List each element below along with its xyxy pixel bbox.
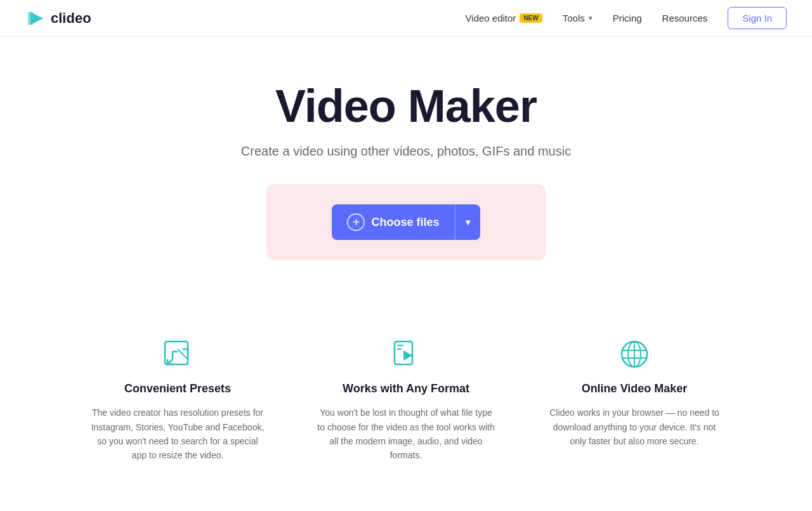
feature-online: Online Video Maker Clideo works in your … xyxy=(546,336,723,463)
svg-line-3 xyxy=(178,349,188,359)
feature-presets-title: Convenient Presets xyxy=(124,382,231,395)
hero-section: Video Maker Create a video using other v… xyxy=(0,37,812,298)
logo-text: clideo xyxy=(51,10,91,27)
choose-files-button[interactable]: + Choose files ▾ xyxy=(332,204,480,240)
new-badge: NEW xyxy=(520,13,542,23)
feature-presets: Convenient Presets The video creator has… xyxy=(89,336,266,463)
sign-in-button[interactable]: Sign In xyxy=(728,7,787,29)
presets-icon xyxy=(160,336,195,372)
feature-presets-desc: The video creator has resolution presets… xyxy=(89,406,266,463)
upload-area: + Choose files ▾ xyxy=(266,184,546,260)
nav-resources[interactable]: Resources xyxy=(662,13,708,23)
page-title: Video Maker xyxy=(275,81,537,131)
feature-formats-desc: You won't be lost in thought of what fil… xyxy=(317,406,495,463)
tools-chevron-icon: ▾ xyxy=(589,14,593,22)
features-section: Convenient Presets The video creator has… xyxy=(0,298,812,488)
logo-area: clideo xyxy=(25,8,91,29)
navbar: clideo Video editor NEW Tools ▾ Pricing … xyxy=(0,0,812,37)
svg-marker-1 xyxy=(28,12,33,25)
hero-subtitle: Create a video using other videos, photo… xyxy=(241,144,571,159)
plus-circle-icon: + xyxy=(347,213,365,231)
feature-online-title: Online Video Maker xyxy=(582,382,688,395)
nav-tools[interactable]: Tools ▾ xyxy=(563,13,593,23)
navbar-links: Video editor NEW Tools ▾ Pricing Resourc… xyxy=(466,7,787,29)
choose-files-main[interactable]: + Choose files xyxy=(332,204,454,240)
feature-formats-title: Works with Any Format xyxy=(343,382,469,395)
formats-icon xyxy=(388,336,424,372)
svg-marker-5 xyxy=(403,350,412,361)
choose-files-dropdown[interactable]: ▾ xyxy=(455,204,480,240)
dropdown-arrow-icon: ▾ xyxy=(466,217,470,227)
nav-pricing[interactable]: Pricing xyxy=(613,13,642,23)
logo-icon xyxy=(25,8,46,29)
choose-files-label: Choose files xyxy=(371,216,439,229)
nav-video-editor[interactable]: Video editor NEW xyxy=(466,13,542,23)
feature-online-desc: Clideo works in your browser — no need t… xyxy=(546,406,723,448)
feature-formats: Works with Any Format You won't be lost … xyxy=(317,336,495,463)
svg-rect-2 xyxy=(165,342,188,364)
online-icon xyxy=(617,336,652,372)
